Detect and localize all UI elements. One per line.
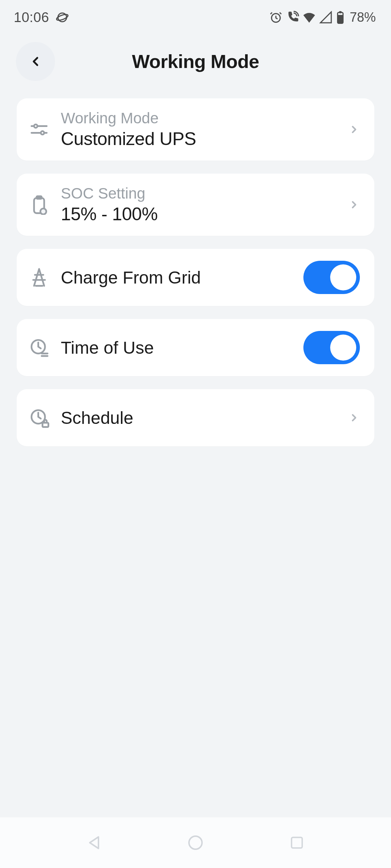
card-list: Working Mode Customized UPS SOC Setting … xyxy=(0,88,391,446)
status-time: 10:06 xyxy=(14,10,49,25)
toggle-time-of-use[interactable] xyxy=(303,331,360,364)
battery-icon xyxy=(336,11,345,24)
battery-soc-icon xyxy=(28,193,51,216)
header: Working Mode xyxy=(0,35,391,88)
row-value: Customized UPS xyxy=(61,128,348,149)
nav-home[interactable] xyxy=(185,833,206,853)
clock-lock-icon xyxy=(28,406,51,429)
chevron-right-icon xyxy=(348,124,360,135)
row-value: 15% - 100% xyxy=(61,204,348,225)
row-label: SOC Setting xyxy=(61,185,348,202)
row-label: Charge From Grid xyxy=(61,268,303,288)
row-label: Time of Use xyxy=(61,338,303,358)
wifi-icon xyxy=(303,11,316,24)
system-nav-bar xyxy=(0,817,391,868)
back-button[interactable] xyxy=(16,42,55,81)
svg-rect-19 xyxy=(42,423,48,427)
nav-back[interactable] xyxy=(84,833,104,853)
phone-wifi-icon xyxy=(286,11,299,24)
row-working-mode[interactable]: Working Mode Customized UPS xyxy=(17,98,374,161)
row-time-of-use: Time of Use xyxy=(17,319,374,376)
pylon-icon xyxy=(28,266,51,289)
row-schedule[interactable]: Schedule xyxy=(17,389,374,446)
svg-point-20 xyxy=(189,836,202,849)
svg-rect-21 xyxy=(291,837,302,848)
status-right: 78% xyxy=(269,10,376,25)
alarm-icon xyxy=(269,11,282,24)
svg-rect-5 xyxy=(339,15,342,22)
svg-rect-4 xyxy=(339,12,341,13)
page-title: Working Mode xyxy=(132,51,259,72)
chevron-right-icon xyxy=(348,199,360,210)
row-label: Schedule xyxy=(61,408,348,428)
row-charge-from-grid: Charge From Grid xyxy=(17,249,374,306)
status-battery: 78% xyxy=(350,10,376,25)
clock-settings-icon xyxy=(28,336,51,359)
toggle-charge-from-grid[interactable] xyxy=(303,261,360,294)
chevron-left-icon xyxy=(28,54,43,69)
svg-point-1 xyxy=(56,13,68,22)
status-left: 10:06 xyxy=(14,10,69,25)
chevron-right-icon xyxy=(348,412,360,424)
svg-point-14 xyxy=(41,209,46,214)
row-label: Working Mode xyxy=(61,110,348,127)
row-soc-setting[interactable]: SOC Setting 15% - 100% xyxy=(17,174,374,236)
signal-icon xyxy=(319,11,332,24)
sliders-icon xyxy=(28,118,51,141)
planet-icon xyxy=(56,11,69,24)
nav-recent[interactable] xyxy=(287,833,307,853)
status-bar: 10:06 78% xyxy=(0,0,391,35)
